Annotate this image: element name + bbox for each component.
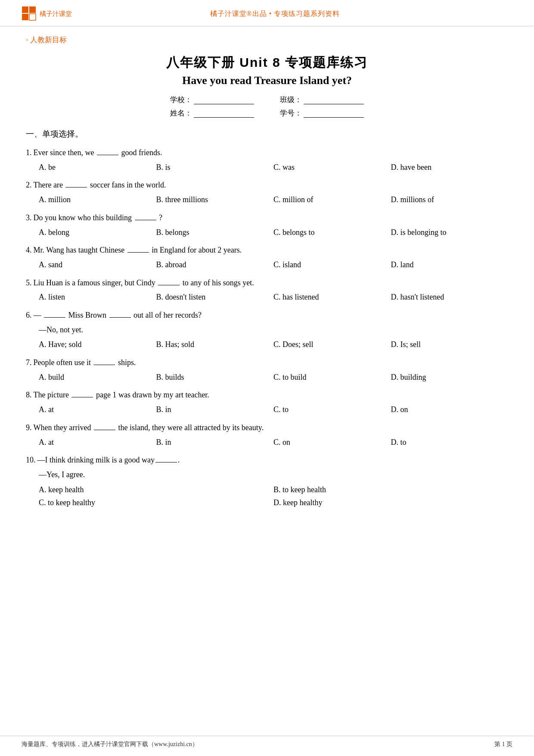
blank-4: [127, 252, 149, 253]
main-title-en: Have you read Treasure Island yet?: [26, 74, 508, 87]
option-2-C: C. million of: [273, 193, 391, 206]
options-7: A. buildB. buildsC. to buildD. building: [39, 371, 508, 384]
question-4: 4.Mr. Wang has taught Chinese in England…: [26, 244, 508, 271]
q-dash: —: [34, 309, 43, 322]
option-7-B: B. builds: [156, 371, 274, 384]
form-row-1: 学校： 班级：: [26, 95, 508, 105]
svg-rect-0: [22, 6, 28, 13]
blank-9: [94, 430, 115, 430]
option-10-A: A. keep health: [39, 483, 273, 497]
id-label: 学号：: [280, 108, 302, 118]
options-8: A. atB. inC. toD. on: [39, 403, 508, 416]
option-10-B: B. to keep health: [273, 483, 508, 497]
option-1-C: C. was: [273, 161, 391, 174]
q-after: ships.: [116, 356, 136, 369]
school-line: [194, 96, 254, 104]
question-6: 6.— Miss Brown out all of her records?—N…: [26, 309, 508, 351]
blank-1: [97, 155, 118, 155]
blank-2: [65, 187, 87, 187]
svg-rect-3: [29, 14, 36, 20]
option-10-C: C. to keep healthy: [39, 496, 273, 509]
question-text-8: 8.The picture page 1 was drawn by my art…: [26, 389, 508, 401]
option-5-C: C. has listened: [273, 291, 391, 304]
page: 橘子汁课堂 橘子汁课堂®出品 • 专项练习题系列资料 人教新目标 八年级下册 U…: [0, 0, 534, 756]
id-line: [304, 109, 364, 118]
question-text-5: 5.Liu Huan is a famous singer, but Cindy…: [26, 277, 508, 289]
q-after: ?: [157, 212, 163, 224]
content-area: 人教新目标 八年级下册 Unit 8 专项题库练习 Have you read …: [0, 26, 534, 540]
q-num: 1.: [26, 147, 32, 159]
option-3-B: B. belongs: [156, 226, 274, 239]
question-1: 1.Ever since then, we good friends.A. be…: [26, 147, 508, 174]
q-end: .: [178, 454, 180, 466]
blank-8: [71, 397, 93, 397]
name-line: [194, 109, 254, 118]
option-1-B: B. is: [156, 161, 274, 174]
q-before: People often use it: [34, 356, 93, 369]
question-text-9: 9.When they arrived the island, they wer…: [26, 422, 508, 434]
class-field: 班级：: [280, 95, 364, 105]
question-7: 7.People often use it ships.A. buildB. b…: [26, 356, 508, 384]
class-line: [304, 96, 364, 104]
q-before: When they arrived: [34, 422, 93, 434]
question-text-3: 3.Do you know who this building ?: [26, 212, 508, 224]
blank-after: [109, 317, 131, 318]
question-10: 10.—I think drinking milk is a good way.…: [26, 454, 508, 509]
name-label: 姓名：: [170, 108, 192, 118]
options-5: A. listenB. doesn't listenC. has listene…: [39, 291, 508, 304]
option-1-D: D. have been: [391, 161, 509, 174]
q-before: Liu Huan is a famous singer, but Cindy: [34, 277, 158, 289]
option-4-D: D. land: [391, 258, 509, 272]
main-title-zh: 八年级下册 Unit 8 专项题库练习: [26, 54, 508, 72]
option-9-C: C. on: [273, 436, 391, 449]
logo-text: 橘子汁课堂: [40, 10, 72, 18]
school-field: 学校：: [170, 95, 254, 105]
option-9-D: D. to: [391, 436, 509, 449]
question-3: 3.Do you know who this building ?A. belo…: [26, 212, 508, 239]
options-1: A. beB. isC. wasD. have been: [39, 161, 508, 174]
logo-area: 橘子汁课堂: [22, 6, 72, 22]
q-after: soccer fans in the world.: [88, 179, 166, 191]
option-3-C: C. belongs to: [273, 226, 391, 239]
form-row-2: 姓名： 学号：: [26, 108, 508, 118]
q-num: 6.: [26, 309, 32, 322]
question-text-2: 2.There are soccer fans in the world.: [26, 179, 508, 191]
option-7-A: A. build: [39, 371, 156, 384]
q-after: in England for about 2 years.: [150, 244, 242, 256]
q-end: out all of her records?: [132, 309, 202, 322]
q-num: 2.: [26, 179, 32, 191]
footer-left: 海量题库、专项训练，进入橘子汁课堂官网下载（www.juzizhi.cn）: [22, 740, 198, 748]
q-line: —I think drinking milk is a good way: [37, 454, 155, 466]
option-8-B: B. in: [156, 403, 274, 416]
question-text-1: 1.Ever since then, we good friends.: [26, 147, 508, 159]
question-text-4: 4.Mr. Wang has taught Chinese in England…: [26, 244, 508, 256]
options-10: A. keep healthB. to keep healthC. to kee…: [39, 483, 508, 509]
option-9-A: A. at: [39, 436, 156, 449]
questions-container: 1.Ever since then, we good friends.A. be…: [26, 147, 508, 509]
footer: 海量题库、专项训练，进入橘子汁课堂官网下载（www.juzizhi.cn） 第 …: [0, 736, 534, 748]
option-6-C: C. Does; sell: [273, 338, 391, 351]
option-1-A: A. be: [39, 161, 156, 174]
option-5-D: D. hasn't listened: [391, 291, 509, 304]
options-3: A. belongB. belongsC. belongs toD. is be…: [39, 226, 508, 239]
question-text-6: 6.— Miss Brown out all of her records?: [26, 309, 508, 322]
q-mid: Miss Brown: [66, 309, 109, 322]
question-2: 2.There are soccer fans in the world.A. …: [26, 179, 508, 206]
name-field: 姓名：: [170, 108, 254, 118]
q-after: the island, they were all attracted by i…: [116, 422, 264, 434]
option-10-D: D. keep healthy: [273, 496, 508, 509]
q-num: 3.: [26, 212, 32, 224]
option-4-C: C. island: [273, 258, 391, 272]
blank-3: [135, 220, 156, 220]
question-5: 5.Liu Huan is a famous singer, but Cindy…: [26, 277, 508, 304]
class-label: 班级：: [280, 95, 302, 105]
subject-label: 人教新目标: [26, 34, 508, 45]
blank: [155, 462, 177, 462]
q-before: The picture: [34, 389, 71, 401]
option-6-B: B. Has; sold: [156, 338, 274, 351]
footer-right: 第 1 页: [494, 740, 512, 748]
option-2-B: B. three millions: [156, 193, 274, 206]
options-4: A. sandB. abroadC. islandD. land: [39, 258, 508, 272]
q-after: page 1 was drawn by my art teacher.: [94, 389, 209, 401]
option-8-D: D. on: [391, 403, 509, 416]
